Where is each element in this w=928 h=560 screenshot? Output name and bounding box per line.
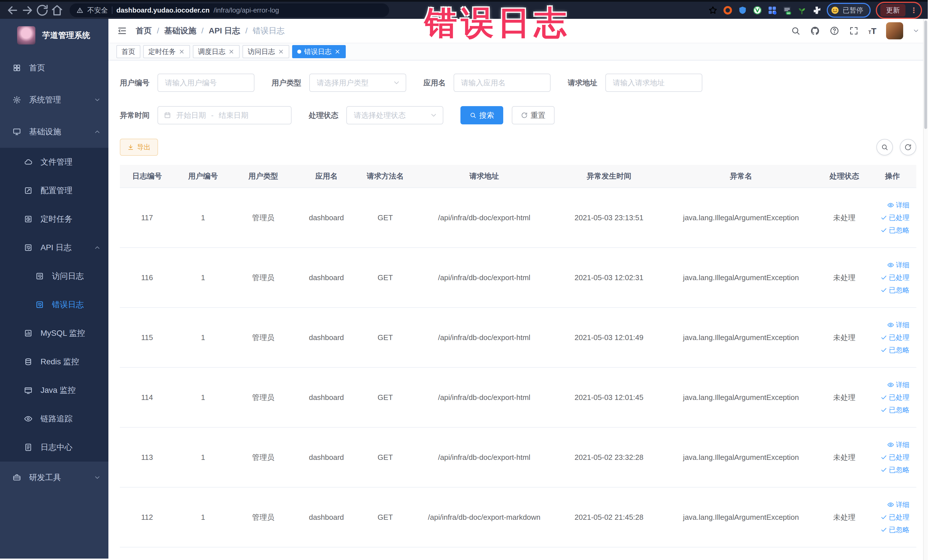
sidebar-fold-icon[interactable] <box>117 26 127 36</box>
request-url-input[interactable] <box>605 73 702 92</box>
tag-close-icon[interactable] <box>228 49 235 55</box>
cell-exception-name: java.lang.IllegalArgumentException <box>662 248 820 308</box>
cell-user-type: 管理员 <box>232 308 295 368</box>
action-processed-link[interactable]: 已处理 <box>872 213 910 223</box>
cell-method: GET <box>358 487 412 547</box>
sidebar-item-log-center[interactable]: 日志中心 <box>0 433 108 462</box>
sidebar-item-api-logs[interactable]: API 日志 <box>0 233 108 262</box>
cell-method: GET <box>358 308 412 368</box>
avatar[interactable] <box>886 22 903 40</box>
action-ignored-link[interactable]: 已忽略 <box>872 345 910 355</box>
filter-process-status: 处理状态 请选择处理状态 <box>309 106 443 124</box>
sidebar-item-system-management[interactable]: 系统管理 <box>0 84 108 116</box>
eye-icon <box>887 322 894 328</box>
sidebar-item-infrastructure[interactable]: 基础设施 <box>0 116 108 148</box>
browser-home-icon[interactable] <box>50 3 64 17</box>
sidebar-item-dev-tools[interactable]: 研发工具 <box>0 462 108 493</box>
tag-close-icon[interactable] <box>334 49 340 55</box>
scrollbar-thumb[interactable] <box>924 21 927 129</box>
browser-menu-kebab-icon[interactable]: ⋮ <box>910 6 917 14</box>
cell-method: GET <box>358 188 412 248</box>
app-name-input[interactable] <box>453 73 551 92</box>
tag-close-icon[interactable] <box>278 49 284 55</box>
tag-access-logs[interactable]: 访问日志 <box>243 45 289 58</box>
fullscreen-icon[interactable] <box>849 26 859 36</box>
tag-error-logs[interactable]: 错误日志 <box>292 45 346 58</box>
avatar-caret-down-icon[interactable] <box>913 27 919 34</box>
profile-paused-pill[interactable]: 已暂停 <box>829 5 869 16</box>
chevron-down-icon <box>430 112 437 119</box>
search-icon[interactable] <box>791 26 800 36</box>
action-ignored-link[interactable]: 已忽略 <box>872 525 910 535</box>
tag-close-icon[interactable] <box>179 49 185 55</box>
export-button[interactable]: 导出 <box>120 139 158 156</box>
search-button[interactable]: 搜索 <box>461 106 503 124</box>
column-header: 请求地址 <box>412 165 556 188</box>
tag-schedule-logs[interactable]: 调度日志 <box>193 45 240 58</box>
extension-green-v-icon[interactable] <box>752 5 762 15</box>
cell-log-id: 117 <box>120 188 174 248</box>
breadcrumb-item[interactable]: API 日志 <box>209 25 253 36</box>
action-detail-link[interactable]: 详细 <box>872 440 910 450</box>
sidebar-item-access-logs[interactable]: 访问日志 <box>0 262 108 290</box>
browser-reload-icon[interactable] <box>35 3 49 17</box>
action-processed-link[interactable]: 已处理 <box>872 333 910 342</box>
sidebar-item-java-monitor[interactable]: Java 监控 <box>0 376 108 404</box>
end-date-placeholder: 结束日期 <box>219 110 249 121</box>
extension-orange-ring-icon[interactable] <box>723 5 733 15</box>
tag-home[interactable]: 首页 <box>116 45 140 58</box>
tag-scheduled-tasks[interactable]: 定时任务 <box>143 45 190 58</box>
address-bar[interactable]: 不安全 dashboard.yudao.iocoder.cn/infra/log… <box>70 3 389 17</box>
active-tag-dot <box>297 50 301 53</box>
user-id-input[interactable] <box>157 73 255 92</box>
font-size-icon[interactable]: TT <box>868 27 876 35</box>
process-status-select[interactable]: 请选择处理状态 <box>346 106 443 124</box>
action-processed-link[interactable]: 已处理 <box>872 512 910 522</box>
action-detail-link[interactable]: 详细 <box>872 320 910 330</box>
browser-back-icon[interactable] <box>6 3 20 17</box>
sidebar-item-home[interactable]: 首页 <box>0 52 108 84</box>
extension-switch-on-icon[interactable]: on <box>782 5 792 15</box>
page-scrollbar[interactable] <box>923 19 928 560</box>
browser-forward-icon[interactable] <box>21 3 34 17</box>
cell-request-url: /api/infra/db-doc/export-html <box>412 308 556 368</box>
breadcrumb-item[interactable]: 首页 <box>136 25 164 36</box>
github-icon[interactable] <box>810 26 820 36</box>
sidebar-logo-row[interactable]: 芋道管理系统 <box>0 19 108 52</box>
extensions-puzzle-icon[interactable] <box>812 5 821 15</box>
action-ignored-link[interactable]: 已忽略 <box>872 225 910 235</box>
action-detail-link[interactable]: 详细 <box>872 260 910 270</box>
bookmark-star-icon[interactable] <box>708 5 718 15</box>
cell-user-id: 1 <box>174 487 232 547</box>
reset-button[interactable]: 重置 <box>512 106 554 124</box>
eye-icon <box>24 415 32 423</box>
action-ignored-link[interactable]: 已忽略 <box>872 465 910 475</box>
calendar-icon <box>164 111 171 119</box>
action-ignored-link[interactable]: 已忽略 <box>872 285 910 295</box>
extension-blue-grid-icon[interactable] <box>768 5 777 15</box>
sidebar-item-config-management[interactable]: 配置管理 <box>0 176 108 205</box>
breadcrumb-item[interactable]: 基础设施 <box>164 25 209 36</box>
extension-blue-shield-icon[interactable] <box>738 5 748 15</box>
action-processed-link[interactable]: 已处理 <box>872 273 910 282</box>
action-detail-link[interactable]: 详细 <box>872 500 910 510</box>
sidebar-item-scheduled-tasks[interactable]: 定时任务 <box>0 205 108 233</box>
help-icon[interactable] <box>830 26 839 36</box>
cell-process-status: 未处理 <box>820 487 868 547</box>
extension-sprout-icon[interactable] <box>797 5 807 15</box>
sidebar-item-tracing[interactable]: 链路追踪 <box>0 404 108 433</box>
action-ignored-link[interactable]: 已忽略 <box>872 405 910 415</box>
refresh-table-button[interactable] <box>900 139 916 156</box>
action-processed-link[interactable]: 已处理 <box>872 392 910 402</box>
action-detail-link[interactable]: 详细 <box>872 200 910 210</box>
exception-time-range-picker[interactable]: 开始日期 - 结束日期 <box>157 106 292 124</box>
sidebar-item-file-management[interactable]: 文件管理 <box>0 148 108 176</box>
sidebar-item-error-logs[interactable]: 错误日志 <box>0 290 108 319</box>
sidebar-item-mysql-monitor[interactable]: MySQL 监控 <box>0 319 108 348</box>
action-detail-link[interactable]: 详细 <box>872 380 910 390</box>
browser-update-button[interactable]: 更新 <box>881 4 905 17</box>
action-processed-link[interactable]: 已处理 <box>872 452 910 462</box>
user-type-select[interactable]: 请选择用户类型 <box>309 73 406 92</box>
toggle-search-button[interactable] <box>876 139 893 156</box>
sidebar-item-redis-monitor[interactable]: Redis 监控 <box>0 348 108 376</box>
